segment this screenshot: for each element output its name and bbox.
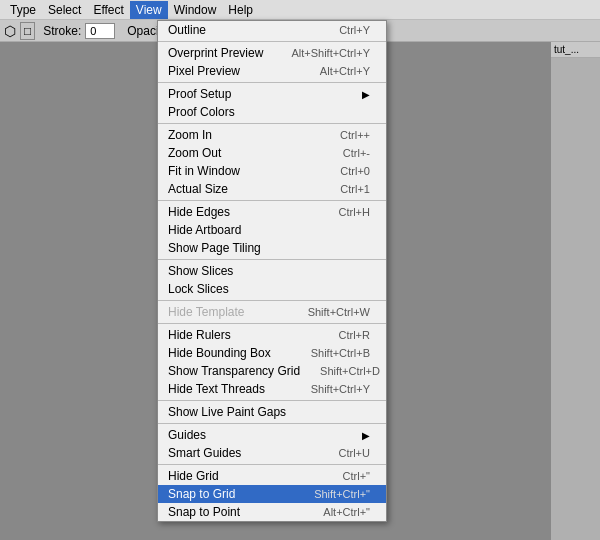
menu-show-slices[interactable]: Show Slices [158,262,386,280]
menu-show-live-paint[interactable]: Show Live Paint Gaps [158,403,386,421]
tool-icon-2: □ [20,22,35,40]
separator-10 [158,464,386,465]
menu-fit-window[interactable]: Fit in Window Ctrl+0 [158,162,386,180]
menu-zoom-in[interactable]: Zoom In Ctrl++ [158,126,386,144]
menu-proof-setup[interactable]: Proof Setup ▶ [158,85,386,103]
menu-hide-edges[interactable]: Hide Edges Ctrl+H [158,203,386,221]
separator-2 [158,82,386,83]
menu-hide-text-threads[interactable]: Hide Text Threads Shift+Ctrl+Y [158,380,386,398]
menu-help[interactable]: Help [222,1,259,19]
menu-pixel-preview[interactable]: Pixel Preview Alt+Ctrl+Y [158,62,386,80]
panel-title: tut_... [551,42,600,58]
stroke-label: Stroke: [43,24,81,38]
stroke-value[interactable]: 0 [85,23,115,39]
view-dropdown-menu: Outline Ctrl+Y Overprint Preview Alt+Shi… [157,20,387,522]
menu-view[interactable]: View [130,1,168,19]
menu-snap-to-grid[interactable]: Snap to Grid Shift+Ctrl+" [158,485,386,503]
tool-icon-1: ⬡ [4,23,16,39]
separator-1 [158,41,386,42]
right-panel: tut_... [550,42,600,540]
menu-guides[interactable]: Guides ▶ [158,426,386,444]
menu-show-transparency-grid[interactable]: Show Transparency Grid Shift+Ctrl+D [158,362,386,380]
separator-5 [158,259,386,260]
menubar: Type Select Effect View Window Help [0,0,600,20]
menu-hide-template: Hide Template Shift+Ctrl+W [158,303,386,321]
menu-window[interactable]: Window [168,1,223,19]
menu-proof-colors[interactable]: Proof Colors [158,103,386,121]
menu-snap-to-point[interactable]: Snap to Point Alt+Ctrl+" [158,503,386,521]
guides-arrow-icon: ▶ [362,430,370,441]
separator-9 [158,423,386,424]
menu-hide-rulers[interactable]: Hide Rulers Ctrl+R [158,326,386,344]
menu-select[interactable]: Select [42,1,87,19]
menu-hide-artboard[interactable]: Hide Artboard [158,221,386,239]
menu-outline[interactable]: Outline Ctrl+Y [158,21,386,39]
menu-show-page-tiling[interactable]: Show Page Tiling [158,239,386,257]
menu-smart-guides[interactable]: Smart Guides Ctrl+U [158,444,386,462]
menu-actual-size[interactable]: Actual Size Ctrl+1 [158,180,386,198]
menu-lock-slices[interactable]: Lock Slices [158,280,386,298]
menu-type[interactable]: Type [4,1,42,19]
menu-hide-bounding-box[interactable]: Hide Bounding Box Shift+Ctrl+B [158,344,386,362]
separator-6 [158,300,386,301]
menu-effect[interactable]: Effect [87,1,129,19]
separator-8 [158,400,386,401]
menu-zoom-out[interactable]: Zoom Out Ctrl+- [158,144,386,162]
separator-3 [158,123,386,124]
menu-overprint-preview[interactable]: Overprint Preview Alt+Shift+Ctrl+Y [158,44,386,62]
menu-hide-grid[interactable]: Hide Grid Ctrl+" [158,467,386,485]
separator-4 [158,200,386,201]
separator-7 [158,323,386,324]
arrow-icon: ▶ [362,89,370,100]
